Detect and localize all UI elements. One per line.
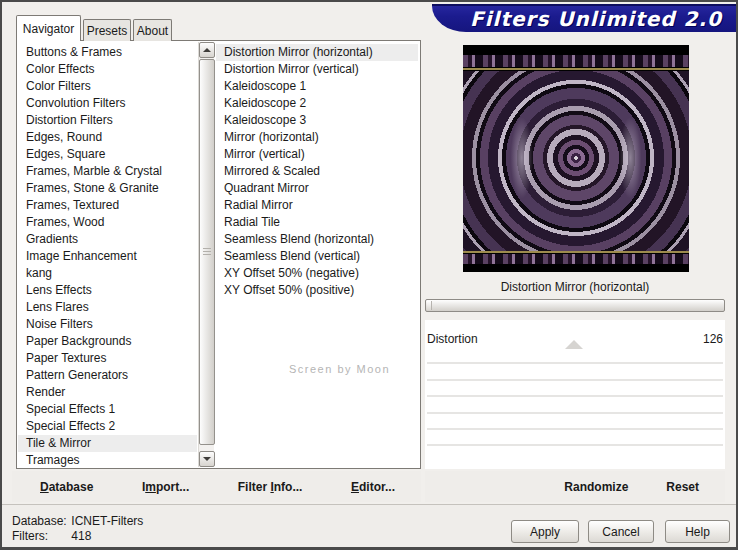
list-item[interactable]: Frames, Wood (18, 214, 197, 231)
toolbar-left: Database Import... Filter Info... Editor… (12, 471, 421, 502)
preview-rings (463, 71, 689, 252)
navigator-panel: Buttons & FramesColor EffectsColor Filte… (16, 40, 421, 469)
tab-about[interactable]: About (133, 19, 172, 41)
list-item[interactable]: Convolution Filters (18, 95, 197, 112)
status-filter-count: Filters: 418 (12, 529, 91, 543)
filters-label: Filters: (12, 529, 68, 543)
list-item[interactable]: Noise Filters (18, 316, 197, 333)
app-title: Filters Unlimited 2.0 (470, 7, 722, 31)
empty-parameter-row (427, 364, 723, 380)
parameter-panel: Distortion 126 (425, 320, 725, 469)
preview-horizontal-scrollbar[interactable] (425, 299, 725, 312)
list-item[interactable]: Kaleidoscope 1 (216, 78, 418, 95)
empty-parameter-row (427, 430, 723, 446)
preview-gold-line (463, 68, 689, 70)
list-item[interactable]: Lens Effects (18, 282, 197, 299)
preview-gold-line (463, 251, 689, 253)
title-banner: Filters Unlimited 2.0 (432, 4, 736, 32)
import-button[interactable]: Import... (142, 480, 189, 494)
editor-button[interactable]: Editor... (351, 480, 395, 494)
category-list: Buttons & FramesColor EffectsColor Filte… (18, 44, 197, 468)
list-item[interactable]: Seamless Blend (vertical) (216, 248, 418, 265)
scrollbar-grip-icon (203, 248, 211, 256)
list-item[interactable]: Edges, Square (18, 146, 197, 163)
list-item[interactable]: Pattern Generators (18, 367, 197, 384)
tab-presets-label: Presets (87, 24, 128, 38)
list-item[interactable]: Distortion Mirror (horizontal) (216, 44, 418, 61)
list-item[interactable]: Frames, Textured (18, 197, 197, 214)
list-item[interactable]: Radial Tile (216, 214, 418, 231)
apply-button[interactable]: Apply (511, 520, 579, 543)
scrollbar-cap (427, 301, 432, 310)
list-item[interactable]: Frames, Stone & Granite (18, 180, 197, 197)
list-item[interactable]: XY Offset 50% (positive) (216, 282, 418, 299)
arrow-up-icon (203, 48, 211, 52)
list-item[interactable]: Paper Textures (18, 350, 197, 367)
randomize-button[interactable]: Randomize (564, 480, 628, 494)
filter-info-button[interactable]: Filter Info... (238, 480, 303, 494)
list-item[interactable]: Kaleidoscope 3 (216, 112, 418, 129)
empty-parameter-rows (427, 348, 723, 446)
help-button[interactable]: Help (665, 520, 730, 543)
list-item[interactable]: Tramages (18, 452, 197, 468)
list-item[interactable]: Color Effects (18, 61, 197, 78)
scrollbar-thumb[interactable] (199, 59, 215, 445)
list-item[interactable]: XY Offset 50% (negative) (216, 265, 418, 282)
preview-stripe-band (463, 254, 689, 264)
tab-presets[interactable]: Presets (83, 19, 131, 41)
list-item[interactable]: Lens Flares (18, 299, 197, 316)
filter-list: Distortion Mirror (horizontal)Distortion… (216, 44, 418, 468)
list-item[interactable]: Buttons & Frames (18, 44, 197, 61)
list-item[interactable]: Distortion Filters (18, 112, 197, 129)
list-item[interactable]: Mirror (vertical) (216, 146, 418, 163)
empty-parameter-row (427, 348, 723, 364)
toolbar-right: Randomize Reset (425, 471, 725, 502)
tab-navigator[interactable]: Navigator (16, 15, 81, 41)
parameter-value: 126 (703, 332, 723, 346)
arrow-down-icon (203, 457, 211, 461)
tab-navigator-label: Navigator (23, 22, 74, 36)
list-item[interactable]: Image Enhancement (18, 248, 197, 265)
list-item[interactable]: Mirror (horizontal) (216, 129, 418, 146)
preview-stripe-band (463, 55, 689, 67)
list-item[interactable]: Seamless Blend (horizontal) (216, 231, 418, 248)
list-item[interactable]: Edges, Round (18, 129, 197, 146)
tab-about-label: About (137, 24, 168, 38)
filter-preview-image[interactable] (463, 45, 689, 272)
empty-parameter-row (427, 414, 723, 430)
list-item[interactable]: kang (18, 265, 197, 282)
database-label: Database: (12, 514, 68, 528)
list-item[interactable]: Quadrant Mirror (216, 180, 418, 197)
database-value: ICNET-Filters (71, 514, 143, 528)
reset-button[interactable]: Reset (666, 480, 699, 494)
list-item[interactable]: Gradients (18, 231, 197, 248)
database-button[interactable]: Database (40, 480, 93, 494)
list-item[interactable]: Distortion Mirror (vertical) (216, 61, 418, 78)
list-item[interactable]: Special Effects 2 (18, 418, 197, 435)
status-database: Database: ICNET-Filters (12, 514, 143, 528)
empty-parameter-row (427, 381, 723, 397)
scroll-up-button[interactable] (199, 42, 215, 58)
list-item[interactable]: Special Effects 1 (18, 401, 197, 418)
list-item[interactable]: Paper Backgrounds (18, 333, 197, 350)
watermark-text: Screen by Moon (289, 363, 390, 375)
list-item[interactable]: Kaleidoscope 2 (216, 95, 418, 112)
filters-value: 418 (71, 529, 91, 543)
list-item[interactable]: Frames, Marble & Crystal (18, 163, 197, 180)
empty-parameter-row (427, 397, 723, 413)
list-item[interactable]: Mirrored & Scaled (216, 163, 418, 180)
cancel-button[interactable]: Cancel (588, 520, 654, 543)
list-item[interactable]: Tile & Mirror (18, 435, 197, 452)
filters-unlimited-dialog: Filters Unlimited 2.0 Navigator Presets … (0, 0, 738, 550)
selected-filter-label: Distortion Mirror (horizontal) (425, 279, 725, 296)
scroll-down-button[interactable] (199, 451, 215, 467)
status-bar: Database: ICNET-Filters Filters: 418 App… (2, 504, 736, 547)
list-item[interactable]: Radial Mirror (216, 197, 418, 214)
parameter-name: Distortion (427, 332, 478, 346)
list-item[interactable]: Color Filters (18, 78, 197, 95)
list-item[interactable]: Render (18, 384, 197, 401)
category-scrollbar[interactable] (198, 42, 214, 467)
